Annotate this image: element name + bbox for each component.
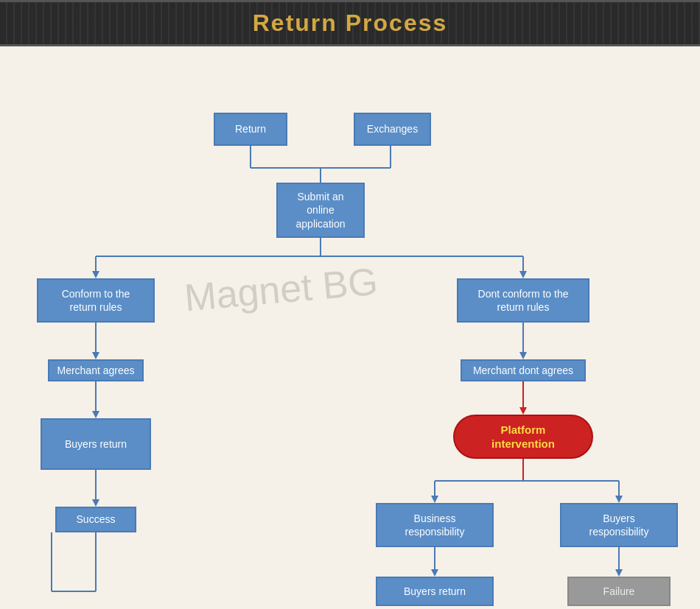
- svg-marker-17: [92, 499, 99, 507]
- exchanges-box: Exchanges: [354, 113, 431, 146]
- svg-marker-13: [92, 352, 99, 359]
- page-title: Return Process: [0, 10, 700, 37]
- failure-box: Failure: [567, 577, 671, 606]
- merchant-agrees-box: Merchant agrees: [48, 359, 144, 381]
- conform-box: Conform to the return rules: [37, 278, 155, 323]
- success-box: Success: [55, 507, 136, 532]
- return-box: Return: [214, 113, 287, 146]
- buyers-return-mid-box: Buyers return: [376, 577, 494, 606]
- svg-marker-23: [519, 352, 527, 359]
- dont-conform-box: Dont conform to the return rules: [457, 278, 589, 323]
- svg-marker-9: [92, 271, 99, 278]
- header: Return Process: [0, 0, 700, 46]
- svg-marker-35: [615, 569, 623, 577]
- svg-marker-31: [615, 496, 623, 503]
- business-resp-box: Business responsibility: [376, 503, 494, 547]
- submit-box: Submit an online application: [276, 183, 365, 238]
- merchant-dont-box: Merchant dont agrees: [461, 359, 586, 381]
- watermark: Magnet BG: [183, 259, 379, 320]
- svg-marker-15: [92, 411, 99, 418]
- buyers-resp-box: Buyers responsibility: [560, 503, 678, 547]
- svg-marker-29: [431, 496, 438, 503]
- svg-marker-11: [519, 271, 527, 278]
- diagram: Magnet BG Return Exchanges Submit an onl…: [0, 46, 700, 609]
- buyers-return-left-box: Buyers return: [41, 418, 151, 470]
- svg-marker-25: [519, 407, 527, 415]
- platform-intervention-box: Platform intervention: [453, 415, 593, 459]
- svg-marker-33: [431, 569, 438, 577]
